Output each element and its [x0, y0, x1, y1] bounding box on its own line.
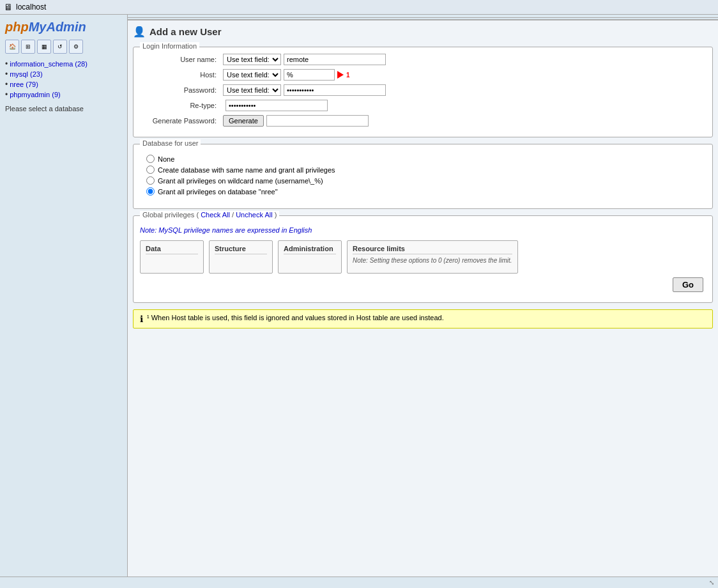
password-field: Use text field: — [223, 84, 386, 96]
logo: phpMyAdmin — [5, 20, 122, 35]
privileges-grid: Data Structure Administration — [140, 240, 706, 274]
db-radio-nree[interactable] — [146, 187, 155, 196]
sidebar: phpMyAdmin 🏠 ⊞ ▦ ↺ ⚙ information_schema … — [0, 15, 128, 576]
bottom-bar: ⤡ — [0, 576, 718, 588]
host-label: Host: — [140, 71, 223, 79]
database-section: Database for user None Create database w… — [133, 144, 713, 209]
content-area: 👤 Add a new User Login Information User … — [128, 20, 718, 576]
password-input[interactable] — [284, 84, 386, 96]
database-list: information_schema (28)mysql (23)nree (7… — [5, 59, 122, 100]
username-input[interactable] — [284, 54, 386, 65]
sidebar-settings-icon[interactable]: ⚙ — [69, 40, 83, 54]
db-list-item[interactable]: information_schema (28) — [5, 59, 122, 69]
priv-note: Note: MySQL privilege names are expresse… — [140, 226, 706, 234]
gen-password-field: Generate — [223, 115, 369, 127]
generate-button[interactable]: Generate — [223, 115, 264, 127]
data-priv-box: Data — [140, 240, 204, 274]
info-icon: ℹ — [140, 314, 143, 324]
password-row: Password: Use text field: — [140, 84, 706, 96]
info-notice: ℹ ¹ When Host table is used, this field … — [133, 309, 713, 329]
db-option-nree: Grant all privileges on database "nree" — [146, 187, 699, 196]
database-radio-group: None Create database with same name and … — [140, 151, 706, 202]
server-icon: 🖥 — [4, 2, 13, 12]
database-legend: Database for user — [140, 139, 201, 147]
db-radio-same-name[interactable] — [146, 166, 155, 174]
sidebar-table-icon[interactable]: ▦ — [37, 40, 51, 54]
data-priv-title: Data — [146, 245, 198, 254]
db-radio-none[interactable] — [146, 155, 155, 163]
gen-password-input[interactable] — [266, 115, 369, 127]
resize-icon: ⤡ — [709, 579, 714, 586]
db-list-item[interactable]: phpmyadmin (9) — [5, 89, 122, 100]
page-title-row: 👤 Add a new User — [133, 26, 713, 38]
logo-myadmin: MyAdmin — [29, 20, 86, 34]
global-privileges-section: Global privileges ( Check All / Uncheck … — [133, 215, 713, 303]
db-label-none: None — [158, 155, 174, 163]
footnote-ref: 1 — [346, 72, 350, 79]
db-list-item[interactable]: nree (79) — [5, 79, 122, 89]
db-label-nree: Grant all privileges on database "nree" — [158, 188, 278, 196]
host-field: Use text field: 1 — [223, 69, 350, 81]
gen-password-row: Generate Password: Generate — [140, 115, 706, 127]
username-row: User name: Use text field: — [140, 54, 706, 65]
admin-priv-title: Administration — [284, 245, 336, 254]
login-section: Login Information User name: Use text fi… — [133, 47, 713, 137]
structure-priv-box: Structure — [209, 240, 273, 274]
db-label-same-name: Create database with same name and grant… — [158, 166, 335, 174]
db-radio-wildcard[interactable] — [146, 176, 155, 185]
check-all-link[interactable]: Check All — [201, 211, 230, 219]
page-title: Add a new User — [149, 26, 222, 37]
host-input[interactable] — [284, 69, 335, 81]
db-option-wildcard: Grant all privileges on wildcard name (u… — [146, 176, 699, 185]
password-label: Password: — [140, 86, 223, 94]
username-label: User name: — [140, 56, 223, 63]
retype-label: Re-type: — [140, 102, 223, 109]
retype-field — [223, 100, 328, 111]
host-arrow — [337, 71, 344, 79]
go-btn-row: Go — [140, 274, 706, 296]
admin-priv-box: Administration — [278, 240, 342, 274]
notice-text: ¹ When Host table is used, this field is… — [147, 314, 444, 321]
add-user-icon: 👤 — [133, 26, 146, 38]
uncheck-all-link[interactable]: Uncheck All — [236, 211, 272, 219]
global-priv-legend: Global privileges ( Check All / Uncheck … — [140, 211, 279, 219]
username-field: Use text field: — [223, 54, 386, 65]
retype-row: Re-type: — [140, 100, 706, 111]
db-option-none: None — [146, 155, 699, 163]
sidebar-icons: 🏠 ⊞ ▦ ↺ ⚙ — [5, 40, 122, 54]
sidebar-grid-icon[interactable]: ⊞ — [21, 40, 35, 54]
resource-limits-box: Resource limits Note: Setting these opti… — [347, 240, 518, 274]
resource-note: Note: Setting these options to 0 (zero) … — [353, 257, 512, 264]
db-option-same-name: Create database with same name and grant… — [146, 166, 699, 174]
db-label-wildcard: Grant all privileges on wildcard name (u… — [158, 177, 323, 185]
username-type-select[interactable]: Use text field: — [223, 54, 281, 65]
go-button[interactable]: Go — [673, 277, 703, 292]
retype-input[interactable] — [225, 100, 328, 111]
select-db-text: Please select a database — [5, 105, 122, 112]
sidebar-reload-icon[interactable]: ↺ — [53, 40, 67, 54]
resource-limits-title: Resource limits — [353, 245, 512, 254]
host-row: Host: Use text field: 1 — [140, 69, 706, 81]
login-legend: Login Information — [140, 42, 199, 50]
server-name: localhost — [16, 3, 46, 12]
top-bar: 🖥 localhost — [0, 0, 718, 15]
password-type-select[interactable]: Use text field: — [223, 84, 281, 96]
sidebar-home-icon[interactable]: 🏠 — [5, 40, 19, 54]
host-type-select[interactable]: Use text field: — [223, 69, 281, 81]
logo-php: php — [5, 20, 29, 34]
db-list-item[interactable]: mysql (23) — [5, 69, 122, 79]
structure-priv-title: Structure — [215, 245, 267, 254]
gen-password-label: Generate Password: — [140, 117, 223, 125]
